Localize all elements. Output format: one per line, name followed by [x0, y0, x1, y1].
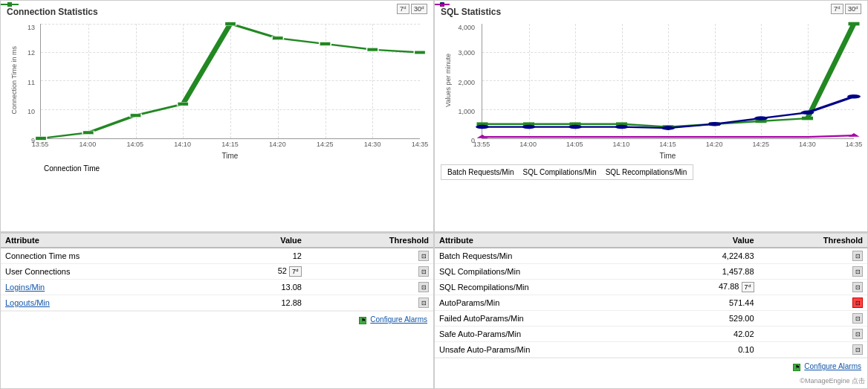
sql-statistics-panel: SQL Statistics 7ᵈ 30ᵈ Values per minute … [434, 0, 868, 232]
right-table-header: Attribute Value Threshold [435, 234, 867, 248]
right-table: Attribute Value Threshold Batch Requests… [435, 234, 867, 358]
left-col-threshold: Threshold [306, 234, 433, 248]
bell-icon[interactable]: ⊡ [852, 282, 863, 292]
right-row5-value: 529.00 [659, 311, 759, 327]
right-row6-attribute: Safe Auto-Params/Min [435, 327, 659, 342]
bell-icon[interactable]: ⊡ [418, 266, 429, 277]
right-row2-threshold: ⊡ [759, 264, 867, 280]
bell-icon[interactable]: ⊡ [852, 329, 863, 339]
right-row5-threshold: ⊡ [759, 311, 867, 327]
left-legend: Connection Time [7, 164, 427, 173]
bell-icon[interactable]: ⊡ [418, 251, 429, 261]
table-row: Failed AutoParams/Min 529.00 ⊡ [435, 311, 867, 327]
right-row4-value: 571.44 [659, 295, 759, 311]
left-row4-threshold: ⊡ [306, 295, 433, 311]
table-row: Safe Auto-Params/Min 42.02 ⊡ [435, 327, 867, 342]
right-row2-attribute: SQL Compilations/Min [435, 264, 659, 280]
right-row1-threshold: ⊡ [759, 248, 867, 264]
right-configure-row: ⚑ Configure Alarms [435, 358, 867, 374]
left-col-value: Value [220, 234, 306, 248]
right-row7-threshold: ⊡ [759, 342, 867, 358]
left-table-panel: Attribute Value Threshold Connection Tim… [0, 233, 434, 389]
bottom-row: Attribute Value Threshold Connection Tim… [0, 233, 868, 389]
left-configure-alarms-link[interactable]: Configure Alarms [370, 315, 427, 324]
right-row6-value: 42.02 [659, 327, 759, 342]
bell-icon[interactable]: ⊡ [852, 313, 863, 324]
table-row: Logins/Min 13.08 ⊡ [1, 280, 433, 295]
legend-recompilations: SQL Recompilations/Min [606, 168, 687, 176]
right-row6-threshold: ⊡ [759, 327, 867, 342]
table-row: Unsafe Auto-Params/Min 0.10 ⊡ [435, 342, 867, 358]
bell-icon[interactable]: ⊡ [852, 251, 863, 261]
left-row3-attribute: Logins/Min [1, 280, 220, 295]
right-configure-alarm-icon: ⚑ [793, 364, 800, 371]
table-row: Batch Requests/Min 4,224.83 ⊡ [435, 248, 867, 264]
main-container: Connection Statistics 7ᵈ 30ᵈ Connection … [0, 0, 868, 389]
right-row3-threshold: ⊡ [759, 280, 867, 295]
left-row2-attribute: User Connections [1, 264, 220, 280]
right-legend: Batch Requests/Min SQL Compilations/Min … [441, 164, 693, 180]
right-row7-attribute: Unsafe Auto-Params/Min [435, 342, 659, 358]
left-row2-threshold: ⊡ [306, 264, 433, 280]
connection-statistics-panel: Connection Statistics 7ᵈ 30ᵈ Connection … [0, 0, 434, 232]
svg-rect-10 [7, 2, 12, 7]
watermark: ©ManageEngine 点击 [800, 376, 865, 386]
right-row1-value: 4,224.83 [659, 248, 759, 264]
left-row3-threshold: ⊡ [306, 280, 433, 295]
table-row: AutoParams/Min 571.44 ⊡ [435, 295, 867, 311]
right-col-threshold: Threshold [759, 234, 867, 248]
table-row: User Connections 52 7ᵈ ⊡ [1, 264, 433, 280]
table-row: SQL Recompilations/Min 47.88 7ᵈ ⊡ [435, 280, 867, 295]
right-configure-alarms-link[interactable]: Configure Alarms [804, 362, 861, 370]
left-row2-value: 52 7ᵈ [220, 264, 306, 280]
right-table-panel: Attribute Value Threshold Batch Requests… [434, 233, 868, 389]
table-row: Logouts/Min 12.88 ⊡ [1, 295, 433, 311]
right-row3-attribute: SQL Recompilations/Min [435, 280, 659, 295]
left-row1-attribute: Connection Time ms [1, 248, 220, 264]
right-row4-attribute: AutoParams/Min [435, 295, 659, 311]
left-col-attribute: Attribute [1, 234, 220, 248]
user-connections-badge: 7ᵈ [289, 266, 302, 277]
bell-icon[interactable]: ⊡ [852, 266, 863, 277]
right-row4-threshold: ⊡ [759, 295, 867, 311]
left-row1-threshold: ⊡ [306, 248, 433, 264]
right-col-value: Value [659, 234, 759, 248]
table-row: Connection Time ms 12 ⊡ [1, 248, 433, 264]
right-row3-value: 47.88 7ᵈ [659, 280, 759, 295]
top-row: Connection Statistics 7ᵈ 30ᵈ Connection … [0, 0, 868, 233]
right-col-attribute: Attribute [435, 234, 659, 248]
bell-red-icon[interactable]: ⊡ [852, 298, 863, 308]
right-row2-value: 1,457.88 [659, 264, 759, 280]
bell-icon[interactable]: ⊡ [852, 344, 863, 355]
right-row7-value: 0.10 [659, 342, 759, 358]
left-table-header: Attribute Value Threshold [1, 234, 433, 248]
right-row5-attribute: Failed AutoParams/Min [435, 311, 659, 327]
sql-recomp-badge: 7ᵈ [742, 282, 754, 292]
bell-icon[interactable]: ⊡ [418, 298, 429, 308]
left-row3-value: 13.08 [220, 280, 306, 295]
right-row1-attribute: Batch Requests/Min [435, 248, 659, 264]
legend-connection-time: Connection Time [44, 164, 100, 173]
left-row4-value: 12.88 [220, 295, 306, 311]
bell-icon[interactable]: ⊡ [418, 282, 429, 292]
configure-alarm-icon: ⚑ [359, 317, 366, 324]
left-row1-value: 12 [220, 248, 306, 264]
left-configure-row: ⚑ Configure Alarms [1, 311, 433, 327]
left-row4-attribute: Logouts/Min [1, 295, 220, 311]
left-table: Attribute Value Threshold Connection Tim… [1, 234, 433, 311]
table-row: SQL Compilations/Min 1,457.88 ⊡ [435, 264, 867, 280]
